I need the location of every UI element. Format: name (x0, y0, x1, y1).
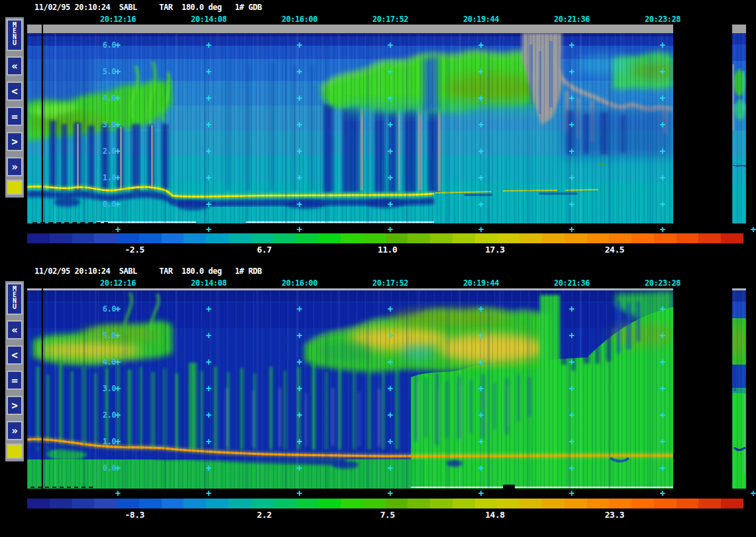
grid-cross: + (660, 437, 665, 446)
colorbar-block (341, 499, 363, 508)
jump-end-button[interactable]: » (7, 421, 23, 440)
grid-cross: + (115, 463, 121, 473)
step-forward-button[interactable]: > (7, 396, 23, 415)
grid-cross: + (478, 410, 484, 420)
colorbar-block (654, 499, 676, 508)
panel-rdb: 11/02/95 20:10:24 SABL TAR 180.0 deg 1# … (0, 0, 756, 537)
altitude-tick-label: 0.0 (103, 464, 116, 472)
grid-cross: + (478, 463, 484, 473)
grid-cross: + (478, 437, 484, 446)
altitude-tick-label: 1.0 (103, 438, 116, 446)
time-tick-label: 20:16:00 (282, 278, 317, 288)
grid-cross: + (569, 357, 574, 367)
altitude-tick-label: 2.0 (103, 411, 116, 419)
grid-cross: + (569, 331, 574, 340)
colorbar-block (27, 499, 50, 508)
colorbar-block (251, 499, 274, 508)
altitude-tick-label: 4.0 (103, 358, 116, 366)
tick-cross: + (569, 489, 574, 498)
grid-cross: + (569, 463, 574, 473)
grid-cross: + (478, 304, 484, 314)
grid-cross: + (660, 304, 665, 314)
time-tick-label: 20:19:44 (463, 278, 499, 288)
colorbar-block (497, 499, 519, 508)
grid-cross: + (660, 463, 665, 473)
lidar-strip-rdb[interactable] (732, 288, 746, 489)
colorbar (27, 499, 743, 508)
colorbar-block (206, 499, 229, 508)
grid-cross: + (206, 410, 211, 420)
grid-cross: + (206, 437, 211, 446)
grid-cross: + (388, 331, 393, 340)
colorbar-block (184, 499, 206, 508)
colorbar-block (631, 499, 654, 508)
pause-button[interactable]: = (7, 371, 23, 390)
grid-cross: + (115, 331, 121, 340)
colorbar-block (587, 499, 610, 508)
time-tick-label: 20:12:16 (100, 278, 136, 288)
backscatter-strip-scene-rdb (732, 288, 746, 489)
grid-cross: + (478, 357, 484, 367)
grid-cross: + (115, 357, 121, 367)
tick-cross: + (660, 489, 665, 498)
jump-start-button[interactable]: « (7, 320, 23, 339)
colorbar-tick-label: -8.3 (125, 510, 144, 520)
time-tick-label: 20:14:08 (191, 278, 227, 288)
colorbar-block (542, 499, 565, 508)
grid-cross: + (569, 410, 574, 420)
menu-button[interactable]: MENU (7, 283, 23, 315)
grid-cross: + (388, 410, 393, 420)
colorbar-block (407, 499, 430, 508)
tick-cross: + (478, 489, 484, 498)
grid-cross: + (297, 410, 302, 420)
grid-cross: + (297, 384, 302, 393)
colorbar-tick-label: 23.3 (605, 510, 624, 520)
grid-cross: + (115, 304, 121, 314)
grid-cross: + (297, 463, 302, 473)
vcr-toolbar: MENU « < = > » (5, 281, 24, 461)
backscatter-scene-rdb (27, 288, 673, 489)
tick-cross: + (206, 489, 211, 498)
step-back-button[interactable]: < (7, 345, 23, 365)
colorbar-block (609, 499, 631, 508)
grid-cross: + (297, 304, 302, 314)
panel-title: 11/02/95 20:10:24 SABL TAR 180.0 deg 1# … (34, 267, 262, 276)
colorbar-block (117, 499, 139, 508)
colorbar-block (50, 499, 72, 508)
time-tick-label: 20:17:52 (372, 278, 408, 288)
grid-cross: + (297, 331, 302, 340)
lidar-image-rdb[interactable] (27, 288, 673, 489)
colorbar-block (363, 499, 386, 508)
grid-cross: + (660, 331, 665, 340)
grid-cross: + (569, 437, 574, 446)
colorbar-block (698, 499, 721, 508)
grid-cross: + (206, 384, 211, 393)
grid-cross: + (297, 357, 302, 367)
colorbar-tick-label: 2.2 (257, 510, 272, 520)
grid-cross: + (206, 304, 211, 314)
colorbar-block (162, 499, 184, 508)
grid-cross: + (569, 384, 574, 393)
grid-cross: + (206, 463, 211, 473)
grid-cross: + (388, 437, 393, 446)
grid-cross: + (115, 437, 121, 446)
tick-cross: + (297, 489, 302, 498)
tick-cross: + (115, 489, 121, 498)
grid-cross: + (115, 410, 121, 420)
colorbar-block (676, 499, 699, 508)
grid-cross: + (297, 437, 302, 446)
colorbar-block (318, 499, 341, 508)
colorbar-block (475, 499, 498, 508)
colorbar-block (274, 499, 296, 508)
colorbar-block (453, 499, 475, 508)
grid-cross: + (660, 410, 665, 420)
colorbar-block (72, 499, 95, 508)
colorbar-block (94, 499, 117, 508)
colorbar-block (519, 499, 542, 508)
time-tick-label: 20:23:28 (645, 278, 680, 288)
colorbar-block (386, 499, 408, 508)
grid-cross: + (660, 384, 665, 393)
time-cursor-line (42, 288, 43, 489)
grid-cross: + (115, 384, 121, 393)
color-swatch-button[interactable] (7, 444, 23, 459)
